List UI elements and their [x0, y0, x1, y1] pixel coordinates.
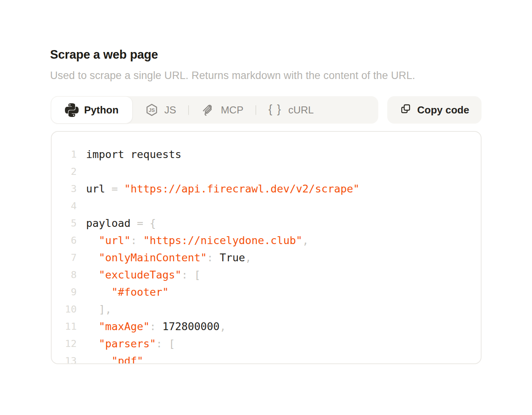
- code-text: import requests: [86, 146, 182, 163]
- code-text: "url": "https://nicelydone.club",: [86, 232, 309, 249]
- line-number: 7: [52, 249, 77, 266]
- code-line: 1import requests: [52, 146, 481, 163]
- line-number: 10: [52, 301, 77, 318]
- code-line: 7 "onlyMainContent": True,: [52, 249, 481, 266]
- code-block: 1import requests23url = "https://api.fir…: [51, 131, 482, 364]
- code-line: 3url = "https://api.firecrawl.dev/v2/scr…: [52, 180, 481, 198]
- tab-curl[interactable]: { } cURL: [256, 96, 326, 124]
- page-subtitle: Used to scrape a single URL. Returns mar…: [50, 70, 415, 82]
- tab-curl-label: cURL: [288, 104, 314, 116]
- line-number: 4: [52, 198, 77, 215]
- tab-js[interactable]: JS JS: [133, 96, 188, 124]
- line-number: 12: [52, 335, 77, 352]
- tab-js-label: JS: [164, 104, 176, 116]
- code-text: "excludeTags": [: [86, 266, 201, 284]
- tab-python-label: Python: [84, 104, 119, 116]
- code-text: ],: [86, 301, 111, 318]
- line-number: 2: [52, 163, 77, 180]
- code-line: 8 "excludeTags": [: [52, 266, 481, 284]
- tab-mcp[interactable]: MCP: [189, 96, 255, 124]
- language-tab-bar: Python JS JS MCP {: [51, 96, 378, 124]
- line-number: 13: [52, 352, 77, 364]
- code-text: "parsers": [: [86, 335, 175, 352]
- line-number: 3: [52, 180, 77, 198]
- line-number: 6: [52, 232, 77, 249]
- curl-braces-icon: { }: [268, 103, 283, 116]
- code-line: 6 "url": "https://nicelydone.club",: [52, 232, 481, 249]
- code-text: payload = {: [86, 215, 156, 232]
- python-icon: [65, 103, 79, 117]
- line-number: 5: [52, 215, 77, 232]
- code-text: "pdf": [86, 352, 143, 364]
- page-title: Scrape a web page: [50, 48, 158, 62]
- svg-text:JS: JS: [149, 107, 155, 113]
- toolbar: Python JS JS MCP {: [51, 96, 482, 124]
- code-line: 2: [52, 163, 481, 180]
- line-number: 11: [52, 318, 77, 335]
- line-number: 9: [52, 284, 77, 301]
- mcp-icon: [201, 103, 215, 117]
- code-text: "maxAge": 172800000,: [86, 318, 226, 335]
- tab-python[interactable]: Python: [51, 96, 133, 124]
- nodejs-icon: JS: [145, 103, 159, 117]
- code-text: url = "https://api.firecrawl.dev/v2/scra…: [86, 180, 359, 198]
- copy-icon: [400, 103, 412, 117]
- code-line: 12 "parsers": [: [52, 335, 481, 352]
- code-line: 9 "#footer": [52, 284, 481, 301]
- code-text: "onlyMainContent": True,: [86, 249, 252, 266]
- tab-mcp-label: MCP: [221, 104, 243, 116]
- copy-code-button[interactable]: Copy code: [387, 96, 482, 124]
- line-number: 8: [52, 266, 77, 284]
- copy-code-label: Copy code: [417, 104, 469, 116]
- code-line: 11 "maxAge": 172800000,: [52, 318, 481, 335]
- code-line: 10 ],: [52, 301, 481, 318]
- code-line: 13 "pdf": [52, 352, 481, 364]
- line-number: 1: [52, 146, 77, 163]
- code-line: 4: [52, 198, 481, 215]
- code-lines: 1import requests23url = "https://api.fir…: [52, 132, 481, 364]
- code-text: "#footer": [86, 284, 169, 301]
- code-line: 5payload = {: [52, 215, 481, 232]
